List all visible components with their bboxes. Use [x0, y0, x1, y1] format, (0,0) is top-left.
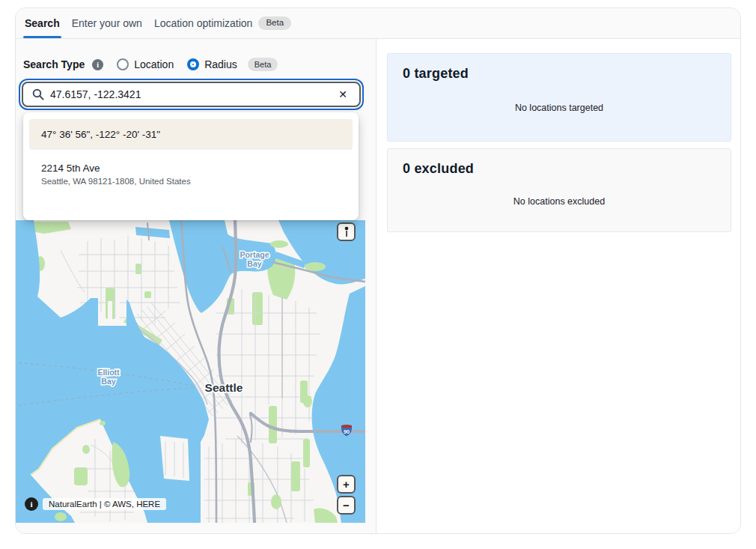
map-zoom-in-button[interactable]: + [337, 475, 356, 494]
targeted-heading: 0 targeted [403, 66, 716, 82]
suggestion-address-subtitle: Seattle, WA 98121-1808, United States [41, 177, 341, 186]
excluded-empty-state: No locations excluded [403, 196, 716, 207]
beta-badge: Beta [258, 16, 291, 30]
map-zoom-out-button[interactable]: − [337, 496, 356, 515]
targeted-empty-state: No locations targeted [403, 103, 716, 113]
location-search-input[interactable] [50, 88, 329, 100]
info-icon[interactable]: i [92, 59, 103, 70]
clear-search-icon[interactable]: ✕ [335, 87, 350, 102]
radius-beta-badge: Beta [248, 58, 278, 71]
shield-number: 90 [344, 428, 350, 435]
map-canvas[interactable]: 90 Portage Bay Elliott Bay Seattle [16, 220, 365, 523]
suggestion-address-title: 2214 5th Ave [41, 163, 341, 174]
portage-bay-label-line2: Bay [247, 259, 261, 268]
tab-location-optimization[interactable]: Location optimization Beta [148, 8, 297, 38]
tab-location-optimization-label: Location optimization [154, 17, 253, 29]
radio-location[interactable]: Location [117, 58, 174, 70]
portage-bay-label-line1: Portage [240, 250, 269, 259]
location-targeting-card: Search Enter your own Location optimizat… [15, 7, 741, 534]
radio-radius-circle[interactable] [187, 58, 199, 70]
map-graphic: 90 Portage Bay Elliott Bay Seattle [16, 220, 365, 523]
attribution-text: NaturalEarth | © AWS, HERE [43, 498, 166, 510]
excluded-panel: 0 excluded No locations excluded [387, 148, 731, 232]
tab-bar: Search Enter your own Location optimizat… [16, 8, 740, 39]
map-compass-button[interactable] [337, 222, 356, 241]
search-icon [32, 88, 44, 100]
summary-column: 0 targeted No locations targeted 0 exclu… [377, 39, 740, 534]
tab-search[interactable]: Search [19, 8, 66, 38]
search-suggestions-dropdown: 47° 36' 56", -122° -20' -31" 2214 5th Av… [23, 112, 359, 220]
attribution-info-icon[interactable]: i [25, 497, 38, 511]
tab-enter-your-own-label: Enter your own [72, 17, 142, 29]
location-search-box[interactable]: ✕ [22, 82, 361, 107]
tab-search-label: Search [25, 17, 60, 29]
search-type-label: Search Type [23, 58, 85, 70]
compass-needle-icon [343, 226, 350, 237]
map-attribution: i NaturalEarth | © AWS, HERE [25, 497, 166, 511]
elliott-bay-label-line2: Bay [101, 377, 115, 386]
suggestion-coordinates[interactable]: 47° 36' 56", -122° -20' -31" [29, 119, 353, 150]
seattle-city-label: Seattle [205, 381, 243, 394]
tab-enter-your-own[interactable]: Enter your own [66, 8, 148, 38]
suggestion-address[interactable]: 2214 5th Ave Seattle, WA 98121-1808, Uni… [29, 150, 353, 186]
radio-location-label: Location [134, 58, 174, 70]
radio-radius[interactable]: Radius [187, 58, 237, 70]
radio-radius-label: Radius [204, 58, 237, 70]
search-type-row: Search Type i Location Radius Beta [23, 58, 278, 71]
radio-location-circle[interactable] [117, 58, 129, 70]
elliott-bay-label-line1: Elliott [97, 368, 120, 377]
targeted-panel: 0 targeted No locations targeted [387, 53, 731, 142]
search-column: Search Type i Location Radius Beta [16, 39, 377, 534]
excluded-heading: 0 excluded [403, 161, 716, 177]
